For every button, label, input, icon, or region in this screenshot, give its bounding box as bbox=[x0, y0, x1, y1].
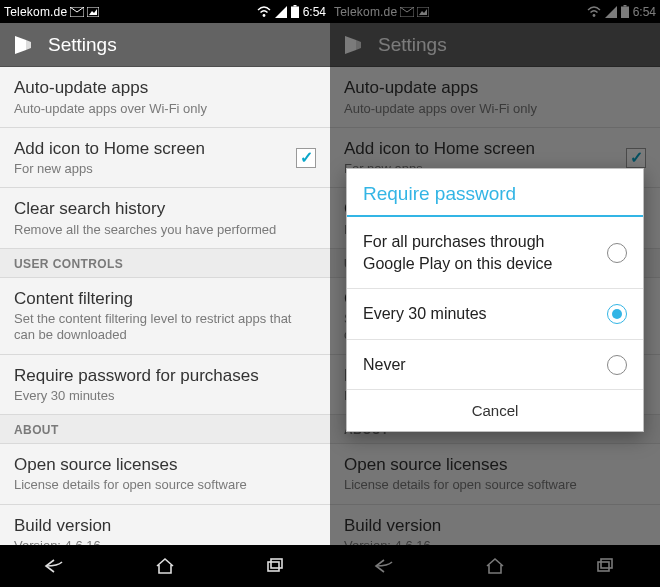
dialog-option-all-purchases[interactable]: For all purchases through Google Play on… bbox=[347, 217, 643, 289]
dialog-option-label: For all purchases through Google Play on… bbox=[363, 231, 607, 274]
svg-marker-8 bbox=[26, 40, 31, 50]
svg-rect-5 bbox=[293, 5, 296, 7]
svg-point-3 bbox=[262, 14, 265, 17]
setting-auto-update[interactable]: Auto-update apps Auto-update apps over W… bbox=[0, 67, 330, 128]
require-password-dialog: Require password For all purchases throu… bbox=[346, 168, 644, 432]
page-title: Settings bbox=[48, 34, 117, 56]
svg-marker-7 bbox=[15, 36, 26, 54]
status-bar: Telekom.de 6:54 bbox=[0, 0, 330, 23]
nav-bar bbox=[0, 545, 330, 587]
svg-rect-9 bbox=[268, 562, 279, 571]
battery-icon bbox=[291, 5, 299, 18]
carrier-label: Telekom.de bbox=[4, 5, 67, 19]
section-user-controls: USER CONTROLS bbox=[0, 249, 330, 278]
settings-list: Auto-update apps Auto-update apps over W… bbox=[0, 67, 330, 544]
nav-home-icon[interactable] bbox=[145, 546, 185, 586]
radio-icon bbox=[607, 304, 627, 324]
setting-content-filtering[interactable]: Content filtering Set the content filter… bbox=[0, 278, 330, 355]
setting-require-password[interactable]: Require password for purchases Every 30 … bbox=[0, 355, 330, 416]
dialog-title: Require password bbox=[347, 169, 643, 215]
setting-sub: Version: 4.6.16 bbox=[14, 538, 316, 545]
section-about: ABOUT bbox=[0, 415, 330, 444]
setting-sub: Every 30 minutes bbox=[14, 388, 316, 404]
svg-rect-6 bbox=[291, 7, 299, 19]
setting-title: Content filtering bbox=[14, 288, 316, 309]
setting-sub: Set the content filtering level to restr… bbox=[14, 311, 316, 344]
setting-open-source-licenses[interactable]: Open source licenses License details for… bbox=[0, 444, 330, 505]
play-store-icon[interactable] bbox=[10, 32, 36, 58]
setting-clear-search[interactable]: Clear search history Remove all the sear… bbox=[0, 188, 330, 249]
nav-back-icon[interactable] bbox=[35, 546, 75, 586]
setting-sub: Auto-update apps over Wi-Fi only bbox=[14, 101, 316, 117]
dialog-option-never[interactable]: Never bbox=[347, 340, 643, 390]
phone-right: Telekom.de 6:54 bbox=[330, 0, 660, 587]
dialog-option-every-30[interactable]: Every 30 minutes bbox=[347, 289, 643, 340]
wifi-icon bbox=[257, 6, 271, 18]
dialog-cancel-button[interactable]: Cancel bbox=[347, 389, 643, 431]
signal-icon bbox=[275, 6, 287, 18]
clock-label: 6:54 bbox=[303, 5, 326, 19]
nav-recents-icon[interactable] bbox=[255, 546, 295, 586]
setting-title: Add icon to Home screen bbox=[14, 138, 316, 159]
phone-left: Telekom.de 6:54 bbox=[0, 0, 330, 587]
picture-icon bbox=[87, 7, 99, 17]
svg-rect-10 bbox=[271, 559, 282, 568]
mail-icon bbox=[70, 7, 84, 17]
dialog-option-label: Never bbox=[363, 354, 607, 376]
svg-marker-2 bbox=[89, 9, 97, 15]
setting-sub: For new apps bbox=[14, 161, 316, 177]
setting-title: Clear search history bbox=[14, 198, 316, 219]
setting-title: Require password for purchases bbox=[14, 365, 316, 386]
setting-sub: Remove all the searches you have perform… bbox=[14, 222, 316, 238]
dialog-option-label: Every 30 minutes bbox=[363, 303, 607, 325]
radio-icon bbox=[607, 243, 627, 263]
setting-add-icon[interactable]: Add icon to Home screen For new apps bbox=[0, 128, 330, 189]
setting-sub: License details for open source software bbox=[14, 477, 316, 493]
setting-title: Build version bbox=[14, 515, 316, 536]
setting-title: Open source licenses bbox=[14, 454, 316, 475]
checkbox-add-icon[interactable] bbox=[296, 148, 316, 168]
setting-title: Auto-update apps bbox=[14, 77, 316, 98]
svg-marker-4 bbox=[275, 6, 287, 18]
action-bar: Settings bbox=[0, 23, 330, 67]
setting-build-version[interactable]: Build version Version: 4.6.16 bbox=[0, 505, 330, 545]
radio-icon bbox=[607, 355, 627, 375]
